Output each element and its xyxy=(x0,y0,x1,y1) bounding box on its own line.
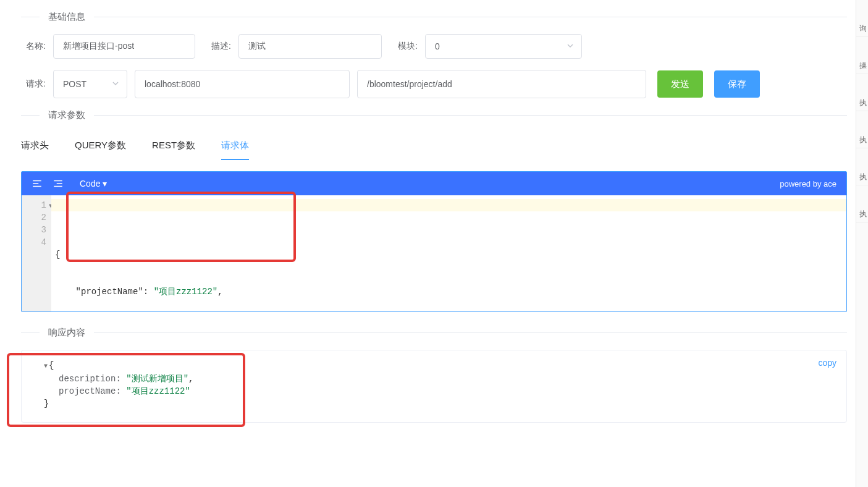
chevron-down-icon xyxy=(112,79,119,89)
method-select[interactable]: POST xyxy=(53,70,127,98)
powered-by-ace: powered by ace xyxy=(780,179,836,188)
editor-content[interactable]: { "projectName": "项目zzz1122", "descripti… xyxy=(51,195,846,311)
side-tab[interactable]: 询 xyxy=(856,0,868,37)
side-tab[interactable]: 执 xyxy=(856,74,868,111)
resp-val: "测试新增项目" xyxy=(126,374,188,384)
section-basic-info: 基础信息 xyxy=(21,11,847,23)
save-button[interactable]: 保存 xyxy=(714,70,760,98)
tab-rest[interactable]: REST参数 xyxy=(152,132,195,160)
api-editor-panel: 基础信息 名称: 描述: 模块: 0 请求: POST xyxy=(0,11,868,435)
chevron-down-icon xyxy=(567,41,574,51)
basic-info-row: 名称: 描述: 模块: 0 xyxy=(21,34,847,59)
tab-body[interactable]: 请求体 xyxy=(221,132,249,160)
code-line: { xyxy=(55,250,60,260)
side-tab[interactable]: 执 xyxy=(856,111,868,148)
resp-line: } xyxy=(44,399,49,409)
response-panel: copy ▼{ description: "测试新增项目", projectNa… xyxy=(21,350,847,423)
ace-editor-body[interactable]: 1 2 3 4 ▼ { "projectName": "项目zzz1122", … xyxy=(22,195,846,311)
resp-val: "项目zzz1122" xyxy=(126,386,190,396)
resp-line: { xyxy=(49,360,54,370)
tab-query[interactable]: QUERY参数 xyxy=(75,132,126,160)
fold-toggle-icon[interactable]: ▼ xyxy=(44,363,48,370)
host-input[interactable] xyxy=(135,70,350,98)
desc-input[interactable] xyxy=(238,34,382,59)
copy-button[interactable]: copy xyxy=(818,357,836,369)
indent-icon[interactable] xyxy=(32,178,43,189)
code-value: "项目zzz1122" xyxy=(154,287,218,297)
outdent-icon[interactable] xyxy=(53,178,64,189)
gutter-line: 1 xyxy=(22,199,46,211)
editor-gutter: 1 2 3 4 ▼ xyxy=(22,195,51,311)
section-title: 基础信息 xyxy=(48,11,85,23)
path-input[interactable] xyxy=(357,70,646,98)
module-label: 模块: xyxy=(393,41,418,52)
section-title: 响应内容 xyxy=(48,327,85,339)
request-label: 请求: xyxy=(21,78,46,90)
editor-mode-select[interactable]: Code ▾ xyxy=(74,179,107,188)
side-tab[interactable]: 执 xyxy=(856,148,868,185)
body-editor: Code ▾ powered by ace 1 2 3 4 ▼ { "proje… xyxy=(21,171,847,312)
send-button[interactable]: 发送 xyxy=(657,70,703,98)
name-input[interactable] xyxy=(53,34,195,59)
section-response: 响应内容 xyxy=(21,327,847,339)
code-key: "projectName" xyxy=(76,287,143,297)
desc-label: 描述: xyxy=(206,41,231,52)
editor-toolbar: Code ▾ powered by ace xyxy=(22,172,846,195)
method-value: POST xyxy=(63,79,86,89)
name-field-group: 名称: xyxy=(21,34,195,59)
gutter-line: 2 xyxy=(22,211,46,224)
module-value: 0 xyxy=(435,41,440,51)
right-sidebar-strip: 询 操 执 执 执 执 xyxy=(856,0,868,435)
param-tabs: 请求头 QUERY参数 REST参数 请求体 xyxy=(21,132,847,160)
section-request-params: 请求参数 xyxy=(21,109,847,121)
module-select[interactable]: 0 xyxy=(425,34,582,59)
gutter-line: 4 xyxy=(22,236,46,248)
resp-key: description: xyxy=(59,374,121,384)
side-tab[interactable]: 操 xyxy=(856,37,868,74)
active-line-highlight xyxy=(51,199,846,211)
module-field-group: 模块: 0 xyxy=(393,34,582,59)
request-group: 请求: POST xyxy=(21,70,646,98)
resp-key: projectName: xyxy=(59,386,121,396)
side-tab[interactable]: 执 xyxy=(856,185,868,222)
name-label: 名称: xyxy=(21,41,46,52)
section-title: 请求参数 xyxy=(48,109,85,121)
desc-field-group: 描述: xyxy=(206,34,382,59)
tab-headers[interactable]: 请求头 xyxy=(21,132,49,160)
request-row: 请求: POST 发送 保存 xyxy=(21,70,847,98)
gutter-line: 3 xyxy=(22,224,46,236)
